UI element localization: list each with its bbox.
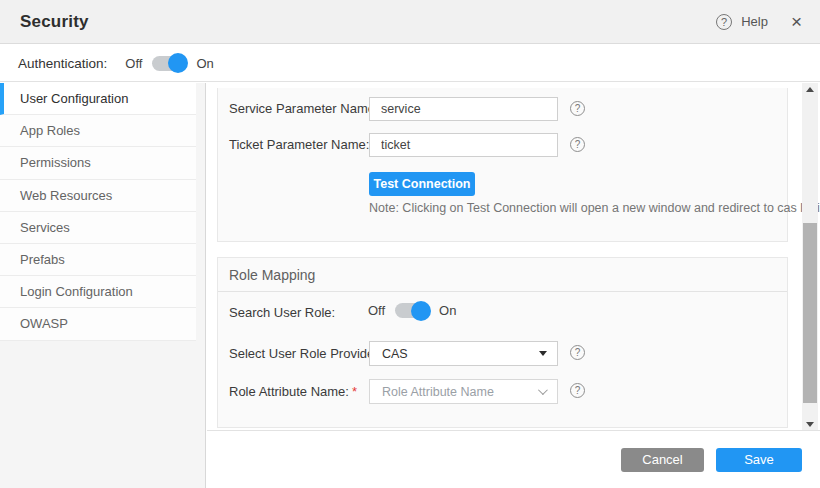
user-role-provider-label: Select User Role Provider:	[229, 346, 382, 362]
ticket-parameter-label-text: Ticket Parameter Name:	[229, 137, 369, 152]
scroll-down-arrow-icon[interactable]	[802, 418, 818, 430]
help-icon[interactable]: ?	[570, 345, 585, 360]
role-attribute-combobox[interactable]: Role Attribute Name	[369, 379, 558, 404]
ticket-parameter-label: Ticket Parameter Name:*	[229, 137, 377, 153]
page-title: Security	[20, 12, 89, 32]
sidebar-item-permissions[interactable]: Permissions	[0, 147, 196, 179]
dialog-footer: Cancel Save	[207, 430, 820, 488]
search-user-role-toggle-knob	[411, 301, 431, 321]
role-attribute-placeholder: Role Attribute Name	[382, 385, 494, 399]
scrollbar-thumb[interactable]	[803, 223, 817, 403]
search-user-role-toggle[interactable]	[395, 303, 429, 318]
help-icon[interactable]: ?	[570, 383, 585, 398]
sidebar-item-services[interactable]: Services	[0, 212, 196, 244]
authentication-toggle-group: Off On	[125, 56, 213, 71]
cancel-button[interactable]: Cancel	[621, 448, 704, 472]
close-icon[interactable]: ×	[791, 12, 802, 31]
role-attribute-label: Role Attribute Name:*	[229, 384, 357, 400]
search-user-role-toggle-group: Off On	[368, 303, 456, 318]
scroll-up-arrow-icon[interactable]	[802, 83, 818, 95]
role-mapping-title: Role Mapping	[229, 267, 315, 283]
help-link[interactable]: Help	[741, 14, 768, 29]
dialog-header: Security ? Help ×	[0, 0, 820, 44]
help-icon[interactable]: ?	[570, 137, 585, 152]
vertical-scrollbar[interactable]	[802, 83, 818, 430]
chevron-down-icon	[538, 385, 548, 395]
service-parameter-label-text: Service Parameter Name:	[229, 101, 379, 116]
authentication-label: Authentication:	[18, 56, 107, 71]
content-panel: Service Parameter Name:* ? Ticket Parame…	[207, 83, 820, 430]
sidebar-item-web-resources[interactable]: Web Resources	[0, 180, 196, 212]
required-asterisk: *	[352, 384, 357, 399]
save-button[interactable]: Save	[716, 448, 802, 472]
header-actions: ? Help ×	[716, 12, 806, 31]
sidebar-item-user-configuration[interactable]: User Configuration	[0, 83, 196, 115]
sidebar-items: User Configuration App Roles Permissions…	[0, 83, 196, 341]
caret-down-icon	[539, 351, 547, 356]
authentication-toggle[interactable]	[152, 56, 186, 71]
search-user-role-label: Search User Role:	[229, 305, 335, 321]
role-mapping-card: Role Mapping Search User Role: Off On Se…	[217, 257, 788, 428]
section-divider	[218, 291, 787, 292]
authentication-bar: Authentication: Off On	[0, 45, 820, 82]
user-role-provider-value: CAS	[382, 347, 408, 361]
help-icon[interactable]: ?	[570, 101, 585, 116]
test-connection-button[interactable]: Test Connection	[369, 172, 475, 196]
ticket-parameter-input[interactable]	[369, 133, 558, 157]
security-dialog: Security ? Help × Authentication: Off On…	[0, 0, 820, 488]
cas-parameters-card: Service Parameter Name:* ? Ticket Parame…	[217, 88, 788, 242]
service-parameter-label: Service Parameter Name:*	[229, 101, 387, 117]
role-attribute-label-text: Role Attribute Name:	[229, 384, 349, 399]
help-icon[interactable]: ?	[716, 14, 732, 30]
service-parameter-input[interactable]	[369, 97, 558, 121]
sidebar-item-app-roles[interactable]: App Roles	[0, 115, 196, 147]
search-user-role-off-label: Off	[368, 303, 385, 318]
sidebar-item-prefabs[interactable]: Prefabs	[0, 244, 196, 276]
search-user-role-on-label: On	[439, 303, 456, 318]
authentication-toggle-knob	[168, 53, 188, 73]
authentication-off-label: Off	[125, 56, 142, 71]
user-role-provider-select[interactable]: CAS	[369, 341, 558, 366]
test-connection-note: Note: Clicking on Test Connection will o…	[369, 201, 820, 215]
settings-sidebar: User Configuration App Roles Permissions…	[0, 83, 206, 488]
sidebar-item-owasp[interactable]: OWASP	[0, 308, 196, 340]
sidebar-item-login-configuration[interactable]: Login Configuration	[0, 276, 196, 308]
authentication-on-label: On	[196, 56, 213, 71]
